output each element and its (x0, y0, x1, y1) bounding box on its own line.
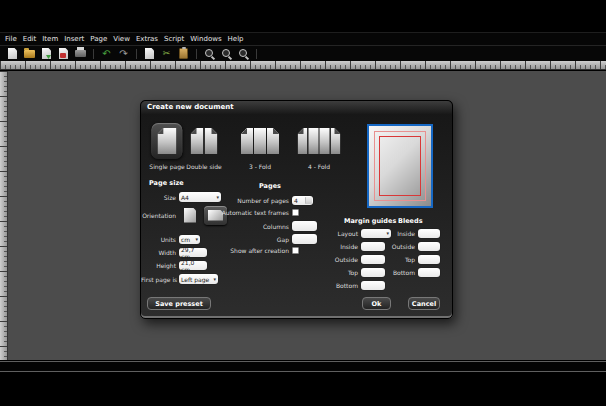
height-field[interactable]: 21,0 cm (179, 261, 207, 270)
chevron-down-icon: ▾ (213, 277, 216, 282)
units-value: cm (181, 236, 190, 243)
doctype-label: 3 - Fold (249, 163, 271, 170)
zoom-in-icon[interactable] (203, 47, 216, 60)
toolbar: ↶ ↷ ✂ (0, 45, 606, 61)
show-after-creation-label: Show after creation (201, 247, 289, 254)
orientation-label: Orientation (141, 212, 176, 219)
margin-top-label: Top (291, 269, 358, 276)
bleed-outside-label: Outside (361, 243, 415, 250)
doctype-label: Double side (186, 163, 221, 170)
menu-file[interactable]: File (5, 33, 17, 46)
menu-help[interactable]: Help (228, 33, 244, 46)
height-label: Height (141, 262, 176, 269)
export-pdf-icon[interactable] (57, 47, 70, 60)
pages-header: Pages (259, 182, 281, 190)
menu-page[interactable]: Page (90, 33, 107, 46)
width-label: Width (141, 249, 176, 256)
layout-label: Layout (291, 230, 358, 237)
new-document-icon[interactable] (6, 47, 19, 60)
bleed-top-field[interactable] (418, 255, 440, 264)
open-icon[interactable] (23, 47, 36, 60)
bleed-outside-field[interactable] (418, 242, 440, 251)
first-page-select[interactable]: Left page ▾ (179, 274, 218, 284)
number-of-pages-spinner[interactable]: 4 (292, 196, 313, 205)
size-value: A4 (181, 194, 189, 201)
vertical-ruler[interactable] (0, 71, 8, 360)
doctype-single-page[interactable]: Single page (149, 123, 184, 170)
margin-outside-label: Outside (291, 256, 358, 263)
zoom-out-icon[interactable] (220, 47, 233, 60)
toolbar-separator (196, 49, 197, 59)
toolbar-separator (256, 49, 257, 59)
menu-item[interactable]: Item (42, 33, 58, 46)
bleeds-header: Bleeds (398, 217, 423, 225)
number-of-pages-label: Number of pages (201, 197, 289, 204)
toolbar-separator (136, 49, 137, 59)
menu-view[interactable]: View (113, 33, 130, 46)
size-label: Size (141, 194, 176, 201)
first-page-label: First page is (141, 276, 176, 283)
menu-extras[interactable]: Extras (136, 33, 158, 46)
margin-guide-lines (379, 136, 421, 196)
save-icon[interactable] (40, 47, 53, 60)
dialog-title: Create new document (141, 101, 452, 111)
redo-icon[interactable]: ↷ (117, 47, 130, 60)
doctype-label: Single page (149, 163, 184, 170)
first-page-value: Left page (181, 276, 209, 283)
menu-insert[interactable]: Insert (64, 33, 84, 46)
print-icon[interactable] (74, 47, 87, 60)
automatic-text-frames-label: Automatic text frames (201, 209, 289, 216)
cut-icon[interactable]: ✂ (160, 47, 173, 60)
paste-icon[interactable] (177, 47, 190, 60)
doctype-4-fold[interactable]: 4 - Fold (292, 123, 347, 170)
columns-label: Columns (201, 223, 289, 230)
automatic-text-frames-checkbox[interactable] (292, 209, 299, 216)
status-bar (0, 361, 606, 372)
margin-guides-header: Margin guides (344, 217, 396, 225)
portrait-orientation-icon[interactable] (184, 208, 196, 223)
chevron-down-icon: ▾ (195, 237, 198, 242)
menu-edit[interactable]: Edit (23, 33, 37, 46)
page-size-header: Page size (149, 179, 184, 187)
units-label: Units (141, 236, 176, 243)
ok-button[interactable]: Ok (362, 297, 391, 310)
copy-icon[interactable] (143, 47, 156, 60)
single-page-icon (158, 128, 177, 154)
margin-inside-label: Inside (291, 243, 358, 250)
horizontal-ruler[interactable] (0, 61, 606, 70)
doctype-label: 4 - Fold (308, 163, 330, 170)
scribus-window: File Edit Item Insert Page View Extras S… (0, 0, 606, 406)
bleed-bottom-field[interactable] (418, 268, 440, 277)
toolbar-separator (93, 49, 94, 59)
units-select[interactable]: cm ▾ (179, 235, 200, 244)
doctype-double-side[interactable]: Double side (185, 123, 224, 170)
menu-script[interactable]: Script (164, 33, 184, 46)
margin-bottom-label: Bottom (291, 282, 358, 289)
doctype-3-fold[interactable]: 3 - Fold (235, 123, 285, 170)
gap-label: Gap (201, 236, 289, 243)
page-preview (367, 124, 433, 208)
bleed-bottom-label: Bottom (361, 269, 415, 276)
four-fold-icon (298, 128, 341, 154)
bleed-inside-label: Inside (361, 230, 415, 237)
undo-icon[interactable]: ↶ (100, 47, 113, 60)
canvas-area: Create new document Single page Double s… (0, 71, 606, 360)
save-preset-button[interactable]: Save presset (147, 297, 211, 310)
cancel-button[interactable]: Cancel (408, 297, 440, 310)
menu-bar: File Edit Item Insert Page View Extras S… (0, 32, 606, 45)
bleed-inside-field[interactable] (418, 229, 440, 238)
dialog-titlebar[interactable]: Create new document (141, 101, 452, 114)
margin-bottom-field[interactable] (361, 281, 385, 290)
new-document-dialog: Create new document Single page Double s… (140, 100, 453, 319)
three-fold-icon (241, 128, 279, 154)
menu-windows[interactable]: Windows (190, 33, 221, 46)
zoom-original-icon[interactable] (237, 47, 250, 60)
bleed-top-label: Top (361, 256, 415, 263)
double-side-icon (191, 128, 218, 154)
